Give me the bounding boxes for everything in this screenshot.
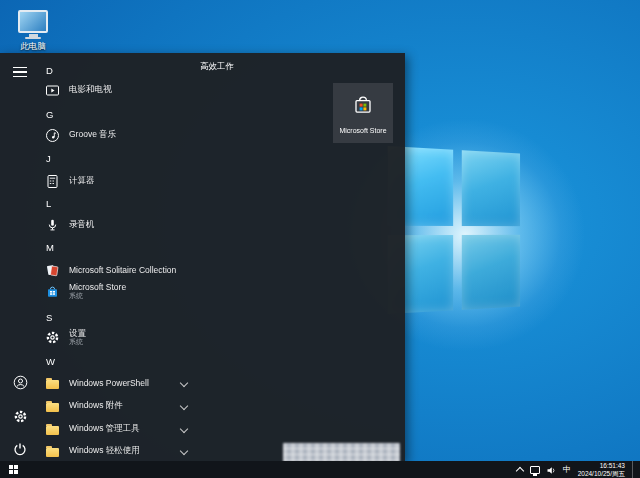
taskbar: 中 16:51:43 2024/10/25/周五 [0,461,640,478]
chevron-down-icon [180,402,188,410]
volume-icon[interactable] [547,461,556,478]
clock-date: 2024/10/25/周五 [578,470,625,478]
this-pc-icon [6,10,60,39]
system-tray: 中 16:51:43 2024/10/25/周五 [517,461,640,478]
taskbar-clock[interactable]: 16:51:43 2024/10/25/周五 [578,462,625,477]
start-menu: D 电影和电视 G Groove 音乐 J 计算器 L 录音机 M Micros… [0,53,405,462]
app-label: 计算器 [69,175,95,187]
tile-microsoft-store[interactable]: Microsoft Store [333,83,393,143]
app-label: Groove 音乐 [69,129,116,141]
app-item-voice-recorder[interactable]: 录音机 [40,214,200,236]
folder-icon [45,422,60,437]
movies-tv-icon [45,83,60,98]
section-letter-m[interactable]: M [40,236,200,258]
chevron-down-icon [180,425,188,433]
app-label: Microsoft Store [69,282,126,292]
folder-label: Windows PowerShell [69,378,149,388]
windows-logo-icon [9,465,18,474]
windows-hero-logo [388,146,520,314]
folder-label: Windows 轻松使用 [69,445,140,457]
user-icon [13,375,28,394]
folder-item-windows-powershell[interactable]: Windows PowerShell [40,372,200,394]
folder-icon [45,444,60,459]
chevron-down-icon [180,379,188,387]
settings-gear-icon [45,330,60,345]
microsoft-store-tile-icon [351,93,375,121]
this-pc-label: 此电脑 [6,41,60,53]
start-menu-rail [0,53,40,462]
app-label: 录音机 [69,219,95,231]
section-letter-d[interactable]: D [40,59,200,81]
app-item-groove-music[interactable]: Groove 音乐 [40,124,200,146]
logo-pane [461,150,520,225]
hamburger-icon [13,67,27,78]
gear-icon [13,409,28,428]
app-item-microsoft-store[interactable]: Microsoft Store 系统 [40,278,200,304]
logo-pane [461,234,520,309]
folder-icon [45,376,60,391]
app-item-settings[interactable]: 设置 系统 [40,324,200,350]
chevron-down-icon [180,447,188,455]
app-label: 电影和电视 [69,84,112,96]
tray-overflow-chevron-icon[interactable] [515,466,523,474]
tile-label: Microsoft Store [339,127,386,134]
expand-menu-button[interactable] [0,59,40,85]
power-icon [13,442,27,460]
network-icon[interactable] [530,466,540,474]
voice-recorder-icon [45,218,60,233]
show-desktop-button[interactable] [632,461,637,478]
folder-label: Windows 附件 [69,400,123,412]
section-letter-l[interactable]: L [40,192,200,214]
settings-button[interactable] [0,405,40,431]
folder-icon [45,399,60,414]
folder-item-windows-ease-of-access[interactable]: Windows 轻松使用 [40,440,200,462]
app-label: Microsoft Solitaire Collection [69,265,176,275]
app-item-movies-tv[interactable]: 电影和电视 [40,79,200,101]
user-account-button[interactable] [0,371,40,397]
app-sublabel: 系统 [69,292,126,300]
start-button[interactable] [0,461,26,478]
app-sublabel: 系统 [69,338,86,346]
blurred-watermark [283,443,400,462]
folder-item-windows-admin-tools[interactable]: Windows 管理工具 [40,418,200,440]
desktop-icon-this-pc[interactable]: 此电脑 [6,10,60,53]
tile-group-title[interactable]: 高效工作 [200,61,234,73]
calculator-icon [45,174,60,189]
ime-indicator[interactable]: 中 [563,464,571,475]
groove-music-icon [45,128,60,143]
app-label: 设置 [69,328,86,338]
clock-time: 16:51:43 [600,462,625,470]
microsoft-store-icon [45,284,60,299]
app-item-calculator[interactable]: 计算器 [40,170,200,192]
folder-label: Windows 管理工具 [69,423,140,435]
section-letter-g[interactable]: G [40,103,200,125]
section-letter-w[interactable]: W [40,350,200,372]
solitaire-icon [45,263,60,278]
folder-item-windows-accessories[interactable]: Windows 附件 [40,395,200,417]
section-letter-j[interactable]: J [40,147,200,169]
